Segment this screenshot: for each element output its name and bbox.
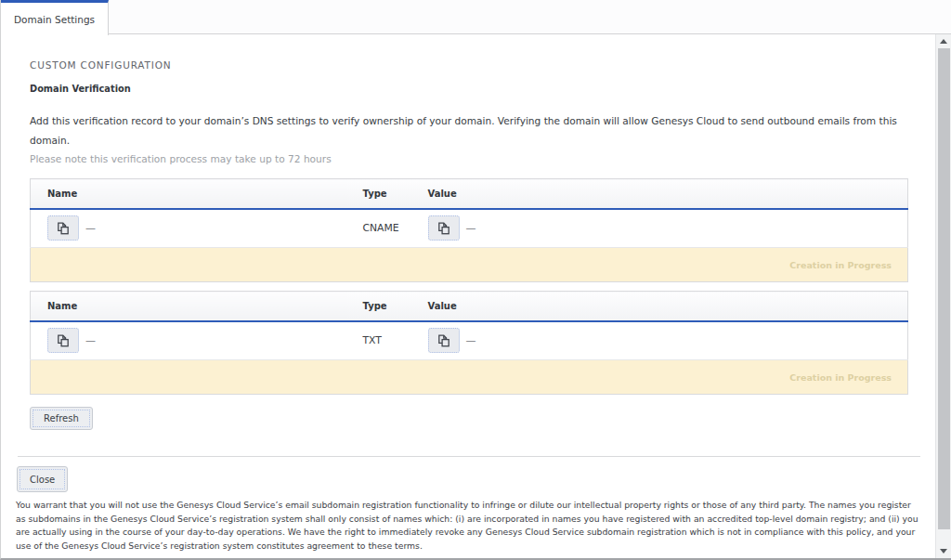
column-header-type: Type: [346, 292, 411, 321]
value-value: —: [466, 334, 476, 346]
column-header-name: Name: [31, 179, 346, 209]
section-kicker: CUSTOM CONFIGURATION: [30, 59, 908, 72]
scroll-up-icon: [940, 39, 947, 44]
tab-label: Domain Settings: [14, 14, 95, 25]
page-title: Domain Verification: [30, 83, 908, 95]
value-cell: —: [411, 209, 908, 248]
custom-configuration-section: CUSTOM CONFIGURATION Domain Verification…: [16, 59, 920, 430]
status-row: Creation in Progress: [31, 360, 908, 395]
vertical-scrollbar[interactable]: [935, 34, 951, 558]
tab-domain-settings[interactable]: Domain Settings: [0, 0, 109, 35]
copy-value-button[interactable]: [428, 328, 460, 353]
column-header-value: Value: [411, 292, 908, 321]
scroll-down-icon: [940, 549, 947, 553]
name-cell: —: [31, 209, 346, 248]
table-header-row: Name Type Value: [31, 179, 908, 209]
copy-name-button[interactable]: [47, 328, 79, 353]
table-header-row: Name Type Value: [31, 292, 908, 321]
domain-settings-window: Domain Settings CUSTOM CONFIGURATION Dom…: [0, 0, 951, 560]
value-value: —: [466, 222, 476, 234]
value-cell: —: [411, 321, 908, 360]
type-cell: TXT: [346, 321, 411, 360]
copy-icon: [56, 333, 71, 348]
cname-record-table: Name Type Value: [30, 178, 908, 282]
column-header-value: Value: [411, 179, 908, 209]
column-header-name: Name: [31, 292, 346, 321]
table-row: — TXT: [31, 321, 908, 360]
tab-bar: Domain Settings: [1, 0, 951, 34]
legal-text: You warrant that you will not use the Ge…: [16, 499, 920, 553]
scroll-down-button[interactable]: [936, 544, 951, 558]
type-cell: CNAME: [346, 209, 411, 248]
column-header-type: Type: [346, 179, 411, 209]
scroll-up-button[interactable]: [936, 34, 951, 48]
copy-icon: [56, 221, 71, 236]
divider: [18, 456, 920, 457]
main-area: CUSTOM CONFIGURATION Domain Verification…: [1, 34, 951, 558]
txt-record-table: Name Type Value: [30, 291, 908, 395]
verification-note: Please note this verification process ma…: [30, 153, 908, 165]
copy-icon: [436, 333, 451, 348]
scrollbar-thumb[interactable]: [938, 48, 950, 529]
status-badge: Creation in Progress: [31, 248, 908, 282]
verification-description: Add this verification record to your dom…: [30, 111, 908, 150]
status-row: Creation in Progress: [31, 248, 908, 282]
refresh-button[interactable]: Refresh: [30, 407, 93, 430]
table-row: — CNAME: [31, 209, 908, 248]
copy-name-button[interactable]: [47, 215, 79, 241]
copy-icon: [436, 221, 451, 236]
name-cell: —: [31, 321, 346, 360]
status-badge: Creation in Progress: [31, 360, 908, 395]
name-value: —: [85, 222, 96, 234]
close-button[interactable]: Close: [17, 466, 68, 492]
copy-value-button[interactable]: [428, 215, 460, 241]
content-pane: CUSTOM CONFIGURATION Domain Verification…: [1, 34, 935, 558]
name-value: —: [85, 334, 96, 346]
